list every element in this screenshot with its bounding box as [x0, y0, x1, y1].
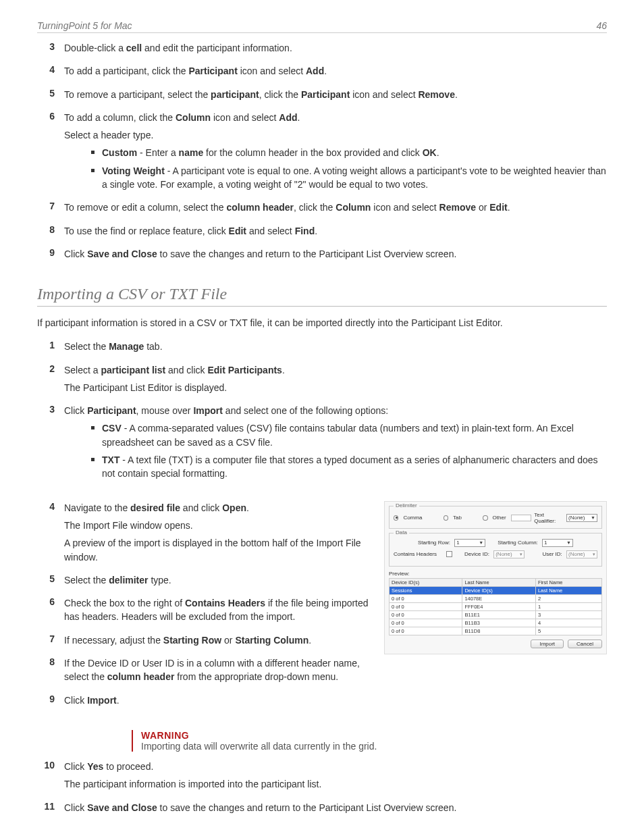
import-step-5: Select the delimiter type.: [64, 573, 372, 587]
import-step-1: Select the Manage tab.: [64, 340, 607, 353]
table-row[interactable]: 0 of 0B11D85: [390, 627, 602, 635]
import-step-2-sub: The Participant List Editor is displayed…: [64, 381, 607, 394]
step-6: To add a column, click the Column icon a…: [64, 111, 607, 124]
step-9: Click Save and Close to save the changes…: [64, 247, 607, 261]
steps-import: 1Select the Manage tab. 2 Select a parti…: [37, 340, 607, 484]
warning-box: WARNING Importing data will overwrite al…: [132, 730, 607, 752]
steps-import-left: 4 Navigate to the desired file and click…: [37, 501, 372, 711]
warning-text: Importing data will overwrite all data c…: [141, 741, 607, 752]
section-heading-import: Importing a CSV or TXT File: [37, 285, 607, 307]
page-header: TurningPoint 5 for Mac 46: [37, 20, 607, 33]
import-step-10: Click Yes to proceed.: [64, 760, 607, 773]
import-step-3-txt: TXT - A text file (TXT) is a computer fi…: [91, 453, 607, 481]
data-fieldset: Data Starting Row: 1▼ Starting Column: 1…: [389, 533, 602, 567]
import-step-4c: A preview of the import is displayed in …: [64, 536, 372, 564]
user-id-select[interactable]: (None)▾: [566, 550, 597, 558]
other-input[interactable]: [511, 515, 532, 521]
starting-column-select[interactable]: 1▼: [542, 539, 573, 547]
radio-comma[interactable]: [394, 515, 398, 521]
table-row[interactable]: 0 of 0FFF0E41: [390, 602, 602, 610]
section-intro: If participant information is stored in …: [37, 316, 607, 330]
page-number: 46: [596, 20, 607, 31]
step-3: Double-click a cell and edit the partici…: [64, 41, 607, 55]
delimiter-fieldset: Delimiter Comma Tab Other Text Qualifier…: [389, 506, 602, 529]
import-step-10b: The participant information is imported …: [64, 777, 607, 791]
text-qualifier-select[interactable]: (None)▼: [566, 514, 597, 522]
import-step-4: Navigate to the desired file and click O…: [64, 501, 372, 515]
radio-other[interactable]: [483, 515, 487, 521]
starting-row-select[interactable]: 1▼: [454, 539, 485, 547]
radio-tab[interactable]: [444, 515, 448, 521]
import-step-3: Click Participant, mouse over Import and…: [64, 404, 607, 417]
step-6-bullet-voting-weight: Voting Weight - A participant vote is eq…: [91, 164, 607, 192]
import-step-11: Click Save and Close to save the changes…: [64, 801, 607, 814]
steps-import-bottom: 10 Click Yes to proceed. The participant…: [37, 760, 607, 818]
warning-title: WARNING: [141, 730, 607, 741]
step-6-bullet-custom: Custom - Enter a name for the column hea…: [91, 146, 607, 159]
import-step-3-csv: CSV - A comma-separated values (CSV) fil…: [91, 421, 607, 449]
table-row[interactable]: 0 of 014078E2: [390, 594, 602, 602]
import-step-8: If the Device ID or User ID is in a colu…: [64, 656, 372, 684]
import-step-6: Check the box to the right of Contains H…: [64, 596, 372, 624]
doc-title: TurningPoint 5 for Mac: [37, 20, 132, 31]
import-file-window-screenshot: Delimiter Comma Tab Other Text Qualifier…: [384, 501, 607, 654]
cancel-button[interactable]: Cancel: [568, 640, 602, 648]
step-5: To remove a participant, select the part…: [64, 88, 607, 101]
import-button[interactable]: Import: [531, 640, 564, 648]
step-7: To remove or edit a column, select the c…: [64, 201, 607, 214]
preview-label: Preview:: [389, 571, 602, 577]
step-6-sub: Select a header type.: [64, 128, 607, 142]
device-id-select[interactable]: (None)▾: [493, 550, 525, 558]
table-row[interactable]: 0 of 0B11E13: [390, 610, 602, 619]
table-row[interactable]: 0 of 0B11B34: [390, 619, 602, 627]
import-step-9: Click Import.: [64, 694, 372, 707]
import-step-7: If necessary, adjust the Starting Row or…: [64, 633, 372, 647]
contains-headers-checkbox[interactable]: [446, 551, 452, 557]
preview-table: Device ID(s) Last Name First Name Sessio…: [389, 578, 602, 635]
step-4: To add a participant, click the Particip…: [64, 64, 607, 78]
table-row[interactable]: SessionsDevice ID(s)Last Name: [390, 586, 602, 594]
import-step-4b: The Import File window opens.: [64, 519, 372, 532]
import-step-2: Select a participant list and click Edit…: [64, 363, 607, 377]
step-8: To use the find or replace feature, clic…: [64, 224, 607, 238]
steps-top: 3Double-click a cell and edit the partic…: [37, 41, 607, 265]
